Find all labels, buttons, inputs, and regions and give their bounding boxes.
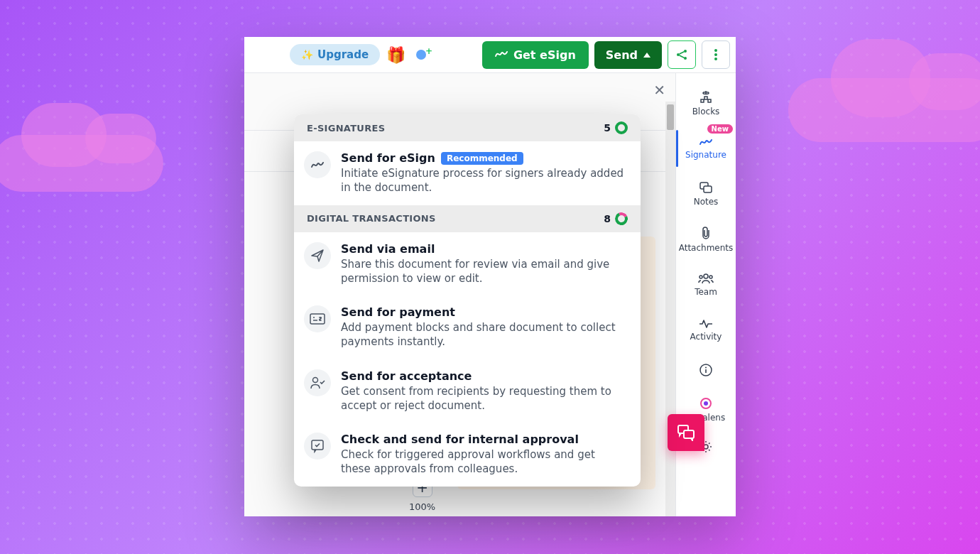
- sparkle-icon: ✨: [301, 49, 313, 60]
- paperclip-icon: [700, 226, 712, 240]
- svg-point-1: [684, 50, 687, 53]
- option-title: Send for eSign: [341, 151, 435, 165]
- share-icon: [675, 48, 688, 61]
- chat-fab[interactable]: [668, 414, 704, 451]
- rail-blocks-label: Blocks: [692, 107, 720, 116]
- svg-point-11: [709, 276, 712, 278]
- paper-plane-icon: [304, 242, 331, 269]
- option-send-for-payment[interactable]: Send for paymentAdd payment blocks and s…: [294, 295, 641, 359]
- option-send-for-acceptance[interactable]: Send for acceptanceGet consent from reci…: [294, 359, 641, 423]
- cloud-decoration: [0, 135, 163, 192]
- rail-signature-label: Signature: [685, 150, 726, 160]
- get-esign-button[interactable]: Get eSign: [482, 41, 589, 69]
- chat-icon: [677, 424, 695, 441]
- new-badge: New: [707, 124, 733, 134]
- option-desc: Initiate eSignature process for signers …: [341, 166, 628, 195]
- progress-ring-icon: [615, 121, 628, 134]
- rail-activity[interactable]: Activity: [676, 308, 736, 353]
- rail-activity-label: Activity: [690, 332, 722, 342]
- blocks-icon: [699, 89, 713, 104]
- rail-notes-label: Notes: [694, 197, 719, 207]
- kebab-icon: [714, 49, 717, 60]
- scrollbar[interactable]: [665, 102, 675, 516]
- svg-point-2: [684, 57, 687, 60]
- rail-attachments-label: Attachments: [679, 243, 734, 253]
- send-label: Send: [606, 48, 638, 62]
- approval-icon: [304, 433, 331, 460]
- payment-icon: [304, 305, 331, 332]
- section-title: DIGITAL TRANSACTIONS: [307, 213, 436, 224]
- activity-icon: [699, 319, 713, 329]
- person-check-icon: [304, 369, 331, 396]
- rail-attachments[interactable]: Attachments: [676, 217, 736, 262]
- option-desc: Get consent from recipients by requestin…: [341, 384, 628, 413]
- section-title: E-SIGNATURES: [307, 123, 385, 134]
- option-send-for-esign[interactable]: Send for eSignRecommended Initiate eSign…: [294, 141, 641, 205]
- option-send-via-email[interactable]: Send via emailShare this document for re…: [294, 232, 641, 296]
- rail-team[interactable]: Team: [676, 262, 736, 308]
- svg-rect-8: [704, 186, 712, 192]
- send-button[interactable]: Send: [594, 41, 662, 69]
- send-dropdown: E-SIGNATURES 5 Send for eSignRecommended…: [294, 114, 641, 487]
- upgrade-button[interactable]: ✨ Upgrade: [290, 44, 380, 65]
- section-esignatures: E-SIGNATURES 5: [294, 114, 641, 141]
- metalens-icon: [699, 397, 712, 410]
- more-button[interactable]: [702, 40, 730, 69]
- add-person-icon[interactable]: +: [411, 45, 431, 65]
- info-icon: [699, 364, 712, 376]
- upgrade-label: Upgrade: [317, 48, 369, 61]
- option-desc: Add payment blocks and share document to…: [341, 320, 628, 349]
- signature-icon: [495, 48, 508, 62]
- option-title: Send for acceptance: [341, 369, 472, 383]
- option-title: Send for payment: [341, 305, 455, 319]
- rail-blocks[interactable]: Blocks: [676, 80, 736, 126]
- svg-rect-19: [310, 314, 325, 324]
- signature-icon: [304, 151, 331, 178]
- team-icon: [698, 273, 714, 284]
- svg-point-20: [313, 377, 318, 382]
- svg-point-10: [699, 276, 702, 278]
- chevron-up-icon: [643, 53, 650, 58]
- svg-point-13: [705, 367, 707, 369]
- zoom-level: 100%: [409, 501, 435, 512]
- rail-team-label: Team: [695, 287, 717, 297]
- rail-signature[interactable]: New Signature: [676, 126, 736, 171]
- option-title: Check and send for internal approval: [341, 433, 579, 446]
- share-button[interactable]: [668, 40, 696, 69]
- svg-point-9: [704, 274, 708, 278]
- svg-rect-18: [684, 430, 694, 438]
- recommended-badge: Recommended: [441, 152, 523, 165]
- svg-point-15: [704, 401, 708, 406]
- topbar: ✨ Upgrade 🎁 + Get eSign Send: [244, 37, 736, 73]
- signature-icon: [699, 137, 713, 147]
- svg-point-5: [714, 58, 717, 60]
- section-count: 5: [604, 122, 611, 134]
- gift-icon[interactable]: 🎁: [386, 45, 405, 65]
- option-desc: Check for triggered approval workflows a…: [341, 447, 628, 477]
- svg-point-3: [714, 49, 717, 52]
- option-desc: Share this document for review via email…: [341, 257, 628, 286]
- get-esign-label: Get eSign: [513, 48, 576, 62]
- section-count: 8: [604, 213, 611, 224]
- rail-info[interactable]: [676, 353, 736, 387]
- notes-icon: [699, 181, 713, 194]
- option-internal-approval[interactable]: Check and send for internal approvalChec…: [294, 423, 641, 487]
- option-title: Send via email: [341, 242, 435, 256]
- svg-point-4: [714, 53, 717, 56]
- progress-ring-icon: [613, 210, 629, 227]
- cloud-decoration: [788, 78, 980, 142]
- svg-point-0: [677, 53, 680, 56]
- close-icon[interactable]: ✕: [653, 82, 665, 99]
- rail-notes[interactable]: Notes: [676, 171, 736, 217]
- section-digital-transactions: DIGITAL TRANSACTIONS 8: [294, 205, 641, 232]
